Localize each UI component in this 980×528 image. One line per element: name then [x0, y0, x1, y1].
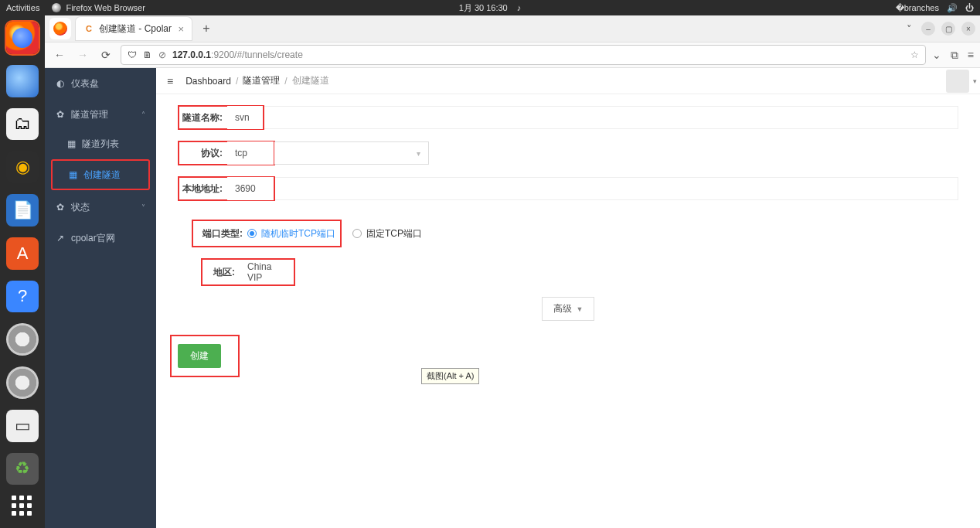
cpolar-sidebar: ◐ 仪表盘 ✿ 隧道管理 ˄ ▦ 隧道列表 ▦ 创建隧道 ✿ 状态: [45, 68, 156, 528]
chevron-down-icon: ˄: [141, 111, 145, 119]
tab-close-icon[interactable]: ×: [178, 23, 184, 35]
create-button[interactable]: 创建: [178, 344, 221, 368]
window-minimize-icon[interactable]: –: [921, 22, 935, 36]
dock-disc1-icon[interactable]: [6, 323, 39, 356]
window-maximize-icon[interactable]: ▢: [941, 22, 955, 36]
select-protocol[interactable]: [274, 141, 429, 165]
dock-software-icon[interactable]: A: [6, 237, 39, 270]
firefox-window: C 创建隧道 - Cpolar × + ˅ – ▢ × ← → ⟳ 🛡 🗎 ⊘ …: [45, 15, 980, 528]
sidebar-item-cpolar-site[interactable]: ↗ cpolar官网: [45, 223, 156, 254]
network-icon[interactable]: �branches: [896, 3, 939, 13]
dock-firefox-icon[interactable]: [6, 22, 39, 54]
sidebar-label-create-tunnel: 创建隧道: [83, 169, 121, 182]
radio-dot-icon: [352, 229, 362, 238]
label-port-type: 端口类型:: [193, 221, 247, 246]
sidebar-item-tunnel-mgmt[interactable]: ✿ 隧道管理 ˄: [45, 99, 156, 130]
dock-thunderbird-icon[interactable]: [6, 65, 39, 97]
app-menu-icon[interactable]: ≡: [968, 49, 974, 62]
pocket-icon[interactable]: ⌄: [932, 49, 941, 62]
window-close-icon[interactable]: ×: [961, 22, 975, 36]
nav-forward-icon: →: [74, 49, 91, 61]
grid-icon: ▦: [68, 169, 77, 180]
power-icon[interactable]: ⏻: [965, 3, 974, 12]
tabs-dropdown-icon[interactable]: ˅: [907, 23, 912, 35]
advanced-label: 高级: [553, 302, 572, 315]
sidebar-label-dashboard: 仪表盘: [71, 77, 99, 90]
chevron-down-icon: ˅: [141, 203, 145, 212]
dock-files-icon[interactable]: 🗂: [6, 108, 39, 141]
url-host: 127.0.0.1: [172, 49, 211, 60]
avatar[interactable]: [946, 70, 969, 93]
breadcrumb-tunnel-mgmt[interactable]: 隧道管理: [243, 74, 280, 87]
sidebar-toggle-icon[interactable]: ≡: [167, 75, 173, 87]
lock-icon: ⊘: [158, 49, 166, 60]
sidebar-label-cpolar-site: cpolar官网: [71, 232, 115, 245]
dock-show-apps-icon[interactable]: [12, 496, 33, 517]
sidebar-item-create-tunnel[interactable]: ▦ 创建隧道: [53, 161, 148, 189]
input-tunnel-name-ext[interactable]: [264, 106, 958, 129]
input-tunnel-name[interactable]: svn: [227, 106, 263, 129]
gnome-top-bar: Activities Firefox Web Browser 1月 30 16:…: [0, 0, 980, 15]
extensions-icon[interactable]: ⧉: [951, 49, 958, 62]
label-region: 地区:: [202, 260, 240, 284]
page-info-icon[interactable]: 🗎: [143, 49, 152, 60]
advanced-button[interactable]: 高级 ▼: [542, 297, 595, 321]
dock-help-icon[interactable]: ?: [6, 281, 39, 313]
dock-writer-icon[interactable]: 📄: [6, 194, 39, 227]
gear-icon: ✿: [56, 109, 65, 120]
select-region-value[interactable]: China VIP: [240, 261, 294, 284]
radio-fixed-port[interactable]: 固定TCP端口: [352, 227, 422, 240]
caret-down-icon: ▼: [577, 305, 584, 313]
label-tunnel-name: 隧道名称:: [179, 107, 227, 128]
activities-button[interactable]: Activities: [6, 3, 39, 12]
radio-fixed-port-label: 固定TCP端口: [366, 227, 422, 240]
tab-strip: C 创建隧道 - Cpolar × + ˅ – ▢ ×: [45, 15, 980, 42]
radio-random-port-label: 随机临时TCP端口: [261, 227, 335, 240]
create-tunnel-form: 隧道名称: svn 协议: tcp 本地地址:: [156, 94, 980, 388]
breadcrumb-dashboard[interactable]: Dashboard: [185, 76, 231, 87]
address-bar: ← → ⟳ 🛡 🗎 ⊘ 127.0.0.1:9200/#/tunnels/cre…: [45, 42, 980, 68]
radio-dot-icon: [247, 229, 257, 238]
label-local-addr: 本地地址:: [179, 178, 227, 199]
active-app-indicator: Firefox Web Browser: [52, 3, 145, 12]
nav-reload-icon[interactable]: ⟳: [97, 49, 114, 61]
label-protocol: 协议:: [179, 142, 227, 164]
tab-cpolar[interactable]: C 创建隧道 - Cpolar ×: [76, 17, 192, 40]
main-panel: ≡ Dashboard / 隧道管理 / 创建隧道 隧道名称: svn: [156, 68, 980, 528]
firefox-menu-icon[interactable]: [49, 18, 71, 39]
ubuntu-dock: 🗂 ◉ 📄 A ? ▭ ♻: [0, 15, 45, 528]
bookmark-star-icon[interactable]: ☆: [910, 49, 919, 60]
page-content: ◐ 仪表盘 ✿ 隧道管理 ˄ ▦ 隧道列表 ▦ 创建隧道 ✿ 状态: [45, 68, 980, 528]
sidebar-label-tunnel-list: 隧道列表: [82, 138, 119, 151]
sidebar-item-status[interactable]: ✿ 状态 ˅: [45, 192, 156, 223]
firefox-small-icon: [52, 3, 61, 12]
input-local-addr-ext[interactable]: [275, 177, 958, 200]
radio-random-port[interactable]: 随机临时TCP端口: [247, 227, 335, 240]
dock-disc2-icon[interactable]: [6, 366, 39, 399]
dock-utility-icon[interactable]: ▭: [6, 410, 39, 442]
sidebar-label-tunnel-mgmt: 隧道管理: [71, 108, 108, 121]
new-tab-button[interactable]: +: [196, 22, 216, 36]
clock[interactable]: 1月 30 16:30: [459, 2, 508, 14]
tab-title: 创建隧道 - Cpolar: [99, 22, 172, 36]
status-icon: ✿: [56, 202, 65, 213]
select-protocol-value[interactable]: tcp: [227, 141, 274, 165]
nav-back-icon[interactable]: ←: [51, 49, 68, 61]
volume-icon[interactable]: 🔊: [947, 3, 958, 13]
dock-rhythmbox-icon[interactable]: ◉: [6, 151, 39, 183]
url-input[interactable]: 🛡 🗎 ⊘ 127.0.0.1:9200/#/tunnels/create ☆: [121, 45, 926, 65]
input-local-addr[interactable]: 3690: [227, 177, 274, 200]
list-icon: ▦: [66, 138, 76, 149]
gauge-icon: ◐: [56, 78, 65, 89]
breadcrumb: ≡ Dashboard / 隧道管理 / 创建隧道: [156, 68, 980, 94]
breadcrumb-create-tunnel: 创建隧道: [292, 74, 329, 87]
external-link-icon: ↗: [56, 233, 65, 244]
sidebar-item-dashboard[interactable]: ◐ 仪表盘: [45, 68, 156, 99]
dock-trash-icon[interactable]: ♻: [6, 453, 39, 485]
screenshot-tooltip: 截图(Alt + A): [421, 368, 479, 384]
sidebar-item-tunnel-list[interactable]: ▦ 隧道列表: [45, 130, 156, 158]
shield-icon: 🛡: [128, 49, 137, 60]
notification-icon[interactable]: ♪: [517, 3, 522, 12]
sidebar-label-status: 状态: [71, 201, 90, 214]
url-path: :9200/#/tunnels/create: [211, 49, 303, 60]
